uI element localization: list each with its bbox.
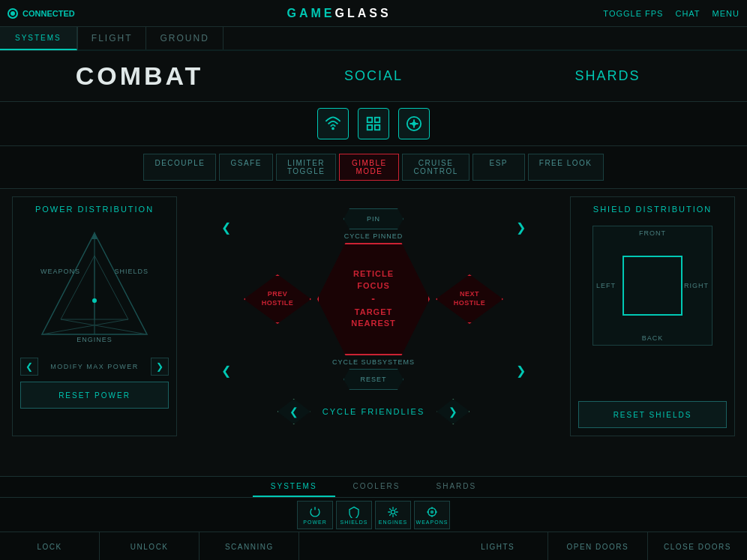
target-icon-btn[interactable] — [398, 108, 430, 139]
shield-back-label: BACK — [642, 334, 664, 342]
toggle-bar: DECOUPLE GSAFE LIMITERTOGGLE GIMBLEMODE … — [0, 146, 747, 189]
power-panel: POWER DISTRIBUTION WEAPONS SHIELDS ENGIN… — [12, 196, 177, 436]
shield-left-label: LEFT — [596, 282, 616, 289]
reset-power-btn[interactable]: RESET POWER — [20, 382, 169, 409]
cycle-friendlies-right-btn[interactable]: ❯ — [436, 399, 470, 424]
pin-section: PIN CYCLE PINNED — [344, 208, 404, 240]
combat-nav-center: COMBAT — [22, 61, 256, 91]
svg-point-12 — [92, 298, 97, 303]
shield-grid: FRONT BACK LEFT RIGHT — [592, 226, 712, 346]
cycle-right-bot-btn[interactable]: ❯ — [516, 364, 526, 378]
svg-rect-1 — [368, 118, 372, 122]
cycle-left-icon: ❮ — [290, 406, 298, 418]
main-content: POWER DISTRIBUTION WEAPONS SHIELDS ENGIN… — [0, 189, 747, 444]
shield-right-label: RIGHT — [684, 282, 709, 289]
nav-combat[interactable]: COMBAT — [76, 61, 204, 91]
toggle-freelook[interactable]: FREE LOOK — [528, 154, 604, 181]
shards-nav: SHARDS — [490, 68, 724, 84]
cycle-subsystems-label: CYCLE SUBSYSTEMS — [332, 358, 415, 366]
brand-game: GAME — [286, 7, 334, 19]
bottom-right-space — [453, 501, 747, 529]
nav-ground[interactable]: GROUND — [146, 27, 223, 49]
svg-point-15 — [431, 511, 434, 513]
reticle-focus-btn[interactable]: RETICLEFOCUS-TARGETNEAREST — [317, 243, 430, 355]
lights-btn[interactable]: LIGHTS — [448, 532, 548, 560]
power-icon-btn[interactable]: POWER — [297, 501, 333, 529]
icon-row — [0, 102, 747, 146]
lock-btn[interactable]: LOCK — [0, 532, 100, 560]
unlock-btn[interactable]: UNLOCK — [100, 532, 200, 560]
toggle-gsafe[interactable]: GSAFE — [219, 154, 272, 181]
close-doors-btn[interactable]: CLOSE DOORS — [648, 532, 747, 560]
cycle-right-icon: ❯ — [448, 406, 458, 418]
top-actions: TOGGLE FPS CHAT MENU — [603, 9, 740, 18]
brand-glass: GLASS — [334, 7, 391, 19]
power-icon-label: POWER — [303, 520, 326, 525]
svg-line-10 — [42, 319, 128, 334]
weapons-icon-label: WEAPONS — [416, 520, 448, 525]
chat-button[interactable]: CHAT — [675, 9, 700, 18]
tab-shards[interactable]: SHARDS — [418, 477, 495, 497]
toggle-decouple[interactable]: DECOUPLE — [143, 154, 216, 181]
tab-coolers[interactable]: COOLERS — [335, 477, 418, 497]
social-nav: SOCIAL — [256, 68, 490, 84]
svg-marker-13 — [92, 232, 98, 239]
nav-shards[interactable]: SHARDS — [574, 68, 640, 84]
top-bar: CONNECTED GAMEGLASS TOGGLE FPS CHAT MENU — [0, 0, 747, 27]
bottom-section: SYSTEMS COOLERS SHARDS POWER SHIELDS ENG… — [0, 476, 747, 560]
cycle-left-bot-btn[interactable]: ❮ — [221, 364, 231, 378]
shields-icon-btn[interactable]: SHIELDS — [336, 501, 372, 529]
systems-tab[interactable]: SYSTEMS — [0, 27, 77, 50]
scanning-btn[interactable]: SCANNING — [200, 532, 299, 560]
open-doors-btn[interactable]: OPEN DOORS — [548, 532, 648, 560]
nav-flight[interactable]: FLIGHT — [77, 27, 147, 49]
weapons-icon-btn[interactable]: WEAPONS — [414, 501, 450, 529]
cycle-friendlies-left-btn[interactable]: ❮ — [278, 399, 310, 424]
pin-btn[interactable]: PIN — [344, 208, 404, 229]
power-increase-btn[interactable]: ❯ — [151, 358, 169, 376]
reset-btn[interactable]: RESET — [344, 369, 404, 390]
cycle-left-top-btn[interactable]: ❮ — [221, 220, 231, 235]
cycle-right-top-btn[interactable]: ❯ — [516, 220, 526, 235]
shields-icon-label: SHIELDS — [340, 520, 368, 525]
shield-panel: SHIELD DISTRIBUTION FRONT BACK LEFT RIGH… — [570, 196, 735, 436]
svg-point-14 — [391, 510, 394, 514]
toggle-cruise[interactable]: CRUISECONTROL — [402, 154, 469, 181]
next-hostile-btn[interactable]: NEXTHOSTILE — [436, 274, 503, 324]
target-panel: PIN CYCLE PINNED ❮ ❯ PREVHOSTILE RETICLE… — [184, 196, 562, 436]
toggle-limiter[interactable]: LIMITERTOGGLE — [276, 154, 337, 181]
power-decrease-btn[interactable]: ❮ — [20, 358, 38, 376]
weapons-label: WEAPONS — [40, 268, 80, 275]
engines-icon-btn[interactable]: ENGINES — [375, 501, 411, 529]
prev-hostile-btn[interactable]: PREVHOSTILE — [244, 274, 311, 324]
systems-bar: SYSTEMS FLIGHT GROUND — [0, 27, 747, 51]
nav-social[interactable]: SOCIAL — [344, 68, 403, 84]
reticle-focus-text: RETICLEFOCUS-TARGETNEAREST — [351, 268, 396, 329]
svg-rect-3 — [368, 125, 372, 130]
connected-label: CONNECTED — [22, 9, 75, 18]
tab-systems[interactable]: SYSTEMS — [253, 477, 335, 497]
nav-sub-items: FLIGHT GROUND — [77, 27, 224, 49]
grid-icon-btn[interactable] — [358, 108, 389, 139]
connection-status: CONNECTED — [8, 8, 75, 19]
brand-logo: GAMEGLASS — [286, 7, 391, 20]
main-nav: FLIGHT GROUND — [77, 27, 747, 51]
reset-shields-btn[interactable]: RESET SHIELDS — [578, 401, 727, 428]
toggle-gimble[interactable]: GIMBLEMODE — [339, 154, 399, 181]
bottom-icons-row: POWER SHIELDS ENGINES WEAPONS — [0, 498, 747, 532]
engines-icon-label: ENGINES — [379, 520, 408, 525]
shields-label: SHIELDS — [114, 268, 148, 275]
wifi-icon-btn[interactable] — [317, 108, 349, 139]
menu-button[interactable]: MENU — [712, 9, 740, 18]
svg-point-5 — [412, 122, 416, 125]
reset-label: RESET — [360, 376, 386, 383]
shield-panel-title: SHIELD DISTRIBUTION — [593, 205, 712, 214]
combat-nav-row: COMBAT SOCIAL SHARDS — [0, 51, 747, 102]
cycle-friendlies-label: CYCLE FRIENDLIES — [322, 407, 425, 416]
power-triangle: WEAPONS SHIELDS ENGINES — [34, 226, 154, 346]
power-panel-title: POWER DISTRIBUTION — [35, 205, 154, 214]
cycle-friendlies-row: ❮ CYCLE FRIENDLIES ❯ — [278, 399, 470, 424]
toggle-esp[interactable]: ESP — [472, 154, 525, 181]
shield-front-label: FRONT — [639, 229, 666, 237]
toggle-fps-button[interactable]: TOGGLE FPS — [603, 9, 663, 18]
